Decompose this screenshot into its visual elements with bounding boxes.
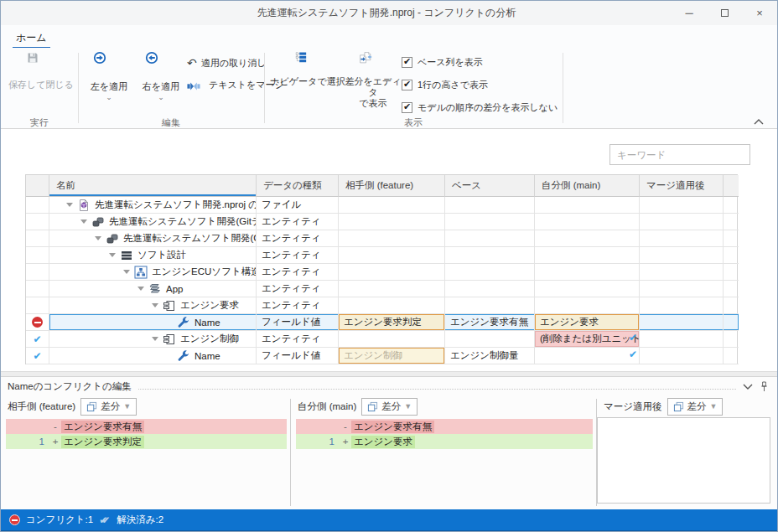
diff-mode-dropdown[interactable]: 差分▼ — [667, 398, 724, 416]
row-name-cell: 先進運転システムソフト開発(Gitデモ) — [49, 214, 257, 230]
row-status-cell — [26, 314, 49, 331]
row-main-cell — [535, 247, 640, 264]
header-name[interactable]: 名前 — [49, 175, 257, 197]
table-row[interactable]: 先進運転システムソフト開発(Gitデモ)エンティティ — [26, 230, 737, 247]
header-base[interactable]: ベース — [445, 175, 535, 197]
panel-splitter[interactable] — [1, 371, 777, 377]
row-main-cell — [535, 230, 640, 247]
table-row[interactable]: エンジンECUソフト構造エンティティ — [26, 264, 737, 281]
resolved-check-icon: ✔ — [629, 332, 637, 343]
expander-icon[interactable] — [137, 287, 144, 291]
table-row[interactable]: ソフト設計エンティティ — [26, 247, 737, 264]
chevron-down-icon[interactable] — [743, 384, 753, 390]
row-name-cell: Name — [49, 348, 257, 364]
row-feature-cell: エンジン制御 — [339, 348, 445, 364]
keyword-search-input[interactable] — [609, 144, 750, 165]
table-row[interactable]: 先進運転システムソフト開発.nproj の差分ファイル — [26, 197, 737, 214]
row-name-cell: 先進運転システムソフト開発(Gitデモ) — [49, 230, 257, 247]
row-main-cell — [535, 281, 640, 297]
table-row[interactable]: 先進運転システムソフト開発(Gitデモ)エンティティ — [26, 214, 737, 230]
chevron-down-icon: ⌄ — [106, 94, 112, 101]
row-status-cell: ✔ — [26, 331, 49, 348]
checkbox-single-line-height[interactable]: 1行の高さで表示 — [402, 79, 488, 91]
row-feature-cell — [339, 264, 445, 281]
diff-mode-dropdown[interactable]: 差分▼ — [80, 398, 137, 416]
header-merged[interactable]: マージ適用後 — [640, 175, 724, 197]
row-base-cell: エンジン制御量 — [445, 348, 535, 364]
close-button[interactable]: × — [742, 1, 777, 25]
row-type-cell: エンティティ — [257, 297, 339, 314]
table-row[interactable]: ✔Nameフィールド値エンジン制御エンジン制御量✔ — [26, 348, 737, 364]
row-name-cell: エンジンECUソフト構造 — [49, 264, 257, 281]
expander-spacer — [166, 322, 173, 323]
row-main-cell — [535, 197, 640, 214]
conflict-diff-table: 名前 データの種類 相手側 (feature) ベース 自分側 (main) マ… — [25, 174, 738, 364]
header-data-type[interactable]: データの種類 — [257, 175, 339, 197]
row-main-cell: ✔ — [535, 348, 640, 364]
conflict-editor-panel: Nameのコンフリクトの編集 相手側 (feature) 差分▼ -エンジン要求… — [1, 377, 777, 509]
minimize-button[interactable]: ─ — [672, 1, 707, 25]
row-base-cell — [445, 281, 535, 297]
row-merged-cell — [640, 214, 724, 230]
header-main-side[interactable]: 自分側 (main) — [535, 175, 640, 197]
resolved-check-icon: ✔ — [33, 350, 41, 362]
row-spacer-cell — [724, 214, 739, 230]
row-feature-cell: エンジン要求判定 — [339, 314, 445, 331]
copy-icon — [367, 401, 378, 412]
save-close-button[interactable]: 保存して閉じる — [6, 51, 76, 90]
apply-left-button[interactable]: 左を適用 ⌄ — [85, 51, 133, 101]
table-row[interactable]: Nameフィールド値エンジン要求判定エンジン要求有無エンジン要求 — [26, 314, 737, 331]
expander-icon[interactable] — [66, 203, 73, 207]
expander-icon[interactable] — [152, 337, 158, 341]
conflict-count-icon — [9, 514, 20, 525]
row-feature-cell — [339, 230, 445, 247]
component-icon — [163, 299, 176, 312]
expander-icon[interactable] — [109, 253, 116, 257]
row-merged-cell — [640, 281, 724, 297]
diff-mode-dropdown[interactable]: 差分▼ — [361, 398, 418, 416]
row-feature-cell — [339, 247, 445, 264]
pane-main-label: 自分側 (main) — [298, 400, 356, 413]
ribbon-collapse-button[interactable] — [754, 116, 765, 125]
expander-icon[interactable] — [95, 236, 101, 240]
copy-icon — [86, 401, 97, 412]
row-feature-cell — [339, 331, 445, 348]
header-status — [26, 175, 49, 197]
row-type-cell: エンティティ — [257, 214, 339, 230]
conflict-count: コンフリクト:1 — [26, 514, 93, 526]
conflict-editor-header: Nameのコンフリクトの編集 — [1, 377, 777, 395]
ribbon: 保存して閉じる 実行 左を適用 ⌄ 右を適用 ⌄ ↶ 適用の取り消し — [1, 48, 777, 129]
pin-icon[interactable] — [760, 381, 769, 392]
row-base-cell — [445, 214, 535, 230]
checkbox-hide-order-diff[interactable]: モデルの順序の差分を表示しない — [402, 101, 558, 114]
row-name-label: Name — [194, 318, 220, 328]
table-row[interactable]: Appエンティティ — [26, 281, 737, 297]
row-feature-cell — [339, 197, 445, 214]
ribbon-group-run: 実行 — [1, 116, 78, 128]
select-in-navigator-button[interactable]: ナビゲータで選択 — [269, 51, 346, 87]
row-main-cell: エンジン要求 — [535, 314, 640, 331]
expander-icon[interactable] — [123, 270, 130, 274]
row-status-cell — [26, 264, 49, 281]
diff-editor-icon — [359, 51, 384, 75]
maximize-button[interactable] — [707, 1, 742, 25]
checkbox-show-base-column[interactable]: ベース列を表示 — [402, 56, 483, 69]
tab-home[interactable]: ホーム — [13, 28, 50, 48]
ribbon-group-edit: 編集 — [78, 116, 264, 128]
undo-apply-button[interactable]: ↶ 適用の取り消し — [187, 54, 267, 71]
row-name-label: Name — [194, 351, 220, 361]
expander-icon[interactable] — [152, 303, 158, 307]
show-diff-in-editor-button[interactable]: 差分をエディタ で表示 — [343, 51, 403, 109]
apply-right-button[interactable]: 右を適用 ⌄ — [137, 51, 185, 101]
component-icon — [163, 333, 176, 346]
row-merged-cell — [640, 264, 724, 281]
table-row[interactable]: ✔エンジン制御エンティティ(削除または別ユニットに…✔ — [26, 331, 737, 348]
header-feature-side[interactable]: 相手側 (feature) — [339, 175, 445, 197]
navigator-tree-icon — [294, 51, 318, 75]
table-row[interactable]: エンジン要求エンティティ — [26, 297, 737, 314]
row-base-cell — [445, 197, 535, 214]
row-merged-cell — [640, 247, 724, 264]
checkbox-icon — [402, 57, 412, 68]
expander-icon[interactable] — [80, 220, 87, 224]
floppy-disk-icon — [26, 51, 53, 78]
